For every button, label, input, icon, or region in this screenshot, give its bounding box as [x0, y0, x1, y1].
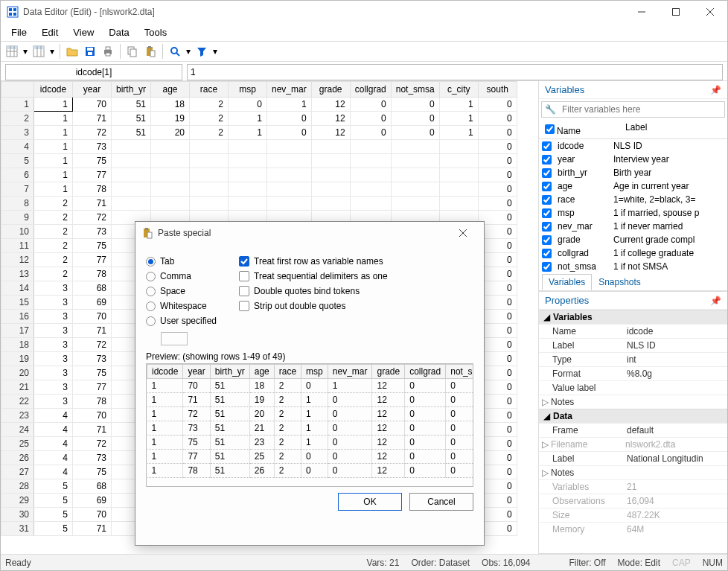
cell[interactable]: 2 — [34, 267, 73, 281]
variable-check[interactable] — [542, 182, 552, 191]
cell[interactable]: 0 — [229, 98, 267, 112]
radio-tab[interactable]: Tab — [146, 256, 217, 267]
row-header[interactable]: 21 — [1, 380, 34, 395]
cell[interactable]: 12 — [311, 126, 350, 140]
cell[interactable] — [391, 182, 439, 197]
column-header[interactable]: msp — [229, 82, 267, 98]
variable-row[interactable]: ageAge in current year — [539, 179, 727, 193]
cell[interactable] — [350, 140, 391, 154]
minimize-button[interactable] — [625, 1, 659, 23]
cell[interactable]: 1 — [229, 112, 267, 126]
ok-button[interactable]: OK — [338, 493, 402, 511]
column-header[interactable]: collgrad — [350, 82, 391, 98]
cell[interactable]: 2 — [190, 126, 229, 140]
cell[interactable]: 0 — [478, 98, 517, 112]
cell[interactable]: 72 — [73, 126, 112, 140]
cell[interactable]: 3 — [34, 324, 73, 338]
cell[interactable]: 69 — [73, 296, 112, 310]
copy-icon[interactable] — [124, 43, 141, 60]
row-header[interactable]: 31 — [1, 522, 34, 536]
property-row[interactable]: Observations16,094 — [539, 494, 727, 508]
row-header[interactable]: 20 — [1, 366, 34, 380]
property-row[interactable]: Format%8.0g — [539, 366, 727, 380]
row-header[interactable]: 9 — [1, 211, 34, 225]
property-row[interactable]: Nameidcode — [539, 324, 727, 338]
row-header[interactable]: 1 — [1, 98, 34, 112]
cell[interactable]: 5 — [34, 479, 73, 494]
cell[interactable]: 0 — [478, 154, 517, 168]
property-group[interactable]: ◢Data — [539, 409, 727, 423]
cell[interactable]: 73 — [73, 140, 112, 154]
menu-file[interactable]: File — [4, 25, 34, 39]
column-header[interactable]: not_smsa — [391, 82, 439, 98]
cell[interactable]: 0 — [478, 112, 517, 126]
cell[interactable]: 75 — [73, 366, 112, 380]
cell[interactable] — [112, 182, 151, 197]
radio-space[interactable]: Space — [146, 286, 217, 296]
cell[interactable]: 69 — [73, 494, 112, 508]
cell[interactable]: 75 — [73, 465, 112, 479]
cell[interactable]: 71 — [73, 112, 112, 126]
cell[interactable]: 2 — [34, 253, 73, 267]
cell[interactable]: 68 — [73, 281, 112, 296]
cancel-button[interactable]: Cancel — [409, 493, 473, 511]
row-header[interactable]: 14 — [1, 281, 34, 296]
cell[interactable]: 0 — [350, 112, 391, 126]
property-row[interactable]: ▷Notes — [539, 465, 727, 479]
cell[interactable]: 70 — [73, 310, 112, 324]
cell[interactable]: 51 — [112, 112, 151, 126]
variable-row[interactable]: idcodeNLS ID — [539, 139, 727, 153]
column-header[interactable]: c_city — [439, 82, 478, 98]
pin-icon[interactable]: 📌 — [710, 85, 721, 95]
property-group[interactable]: ◢Variables — [539, 310, 727, 324]
cell[interactable]: 1 — [229, 126, 267, 140]
cell[interactable]: 1 — [439, 112, 478, 126]
column-header[interactable]: age — [151, 82, 190, 98]
cell[interactable]: 72 — [73, 211, 112, 225]
cell[interactable]: 0 — [391, 112, 439, 126]
cell[interactable] — [229, 182, 267, 197]
cell[interactable]: 1 — [34, 126, 73, 140]
cell[interactable]: 3 — [34, 281, 73, 296]
properties-list[interactable]: ◢VariablesNameidcodeLabelNLS IDTypeintFo… — [539, 310, 727, 553]
row-header[interactable]: 29 — [1, 494, 34, 508]
cell[interactable] — [311, 140, 350, 154]
cell-value-input[interactable]: 1 — [187, 64, 723, 80]
cell[interactable]: 0 — [478, 168, 517, 182]
variable-row[interactable]: gradeCurrent grade compl — [539, 233, 727, 246]
cell[interactable]: 0 — [478, 140, 517, 154]
property-row[interactable]: ▷Notes — [539, 395, 727, 409]
variables-list[interactable]: idcodeNLS IDyearInterview yearbirth_yrBi… — [539, 139, 727, 273]
cell[interactable]: 71 — [73, 423, 112, 437]
cell[interactable] — [311, 182, 350, 197]
property-row[interactable]: Variables21 — [539, 479, 727, 494]
search-icon[interactable] — [167, 43, 183, 60]
cell[interactable] — [439, 182, 478, 197]
cell[interactable]: 71 — [73, 522, 112, 536]
row-header[interactable]: 2 — [1, 112, 34, 126]
cell[interactable]: 70 — [73, 98, 112, 112]
cell[interactable]: 72 — [73, 338, 112, 352]
cell[interactable]: 5 — [34, 508, 73, 522]
cell[interactable]: 51 — [112, 126, 151, 140]
cell[interactable]: 4 — [34, 451, 73, 465]
property-row[interactable]: Value label — [539, 380, 727, 395]
row-header[interactable]: 26 — [1, 451, 34, 465]
cell[interactable]: 2 — [190, 98, 229, 112]
grid-edit-dropdown[interactable]: ▾ — [22, 46, 29, 57]
property-row[interactable]: Framedefault — [539, 423, 727, 437]
cell[interactable]: 78 — [73, 182, 112, 197]
radio-user-specified[interactable]: User specified — [146, 316, 217, 326]
cell[interactable] — [151, 182, 190, 197]
row-header[interactable]: 7 — [1, 182, 34, 197]
cell[interactable] — [151, 154, 190, 168]
row-header[interactable]: 4 — [1, 140, 34, 154]
column-header[interactable]: nev_mar — [267, 82, 312, 98]
cell[interactable]: 18 — [151, 98, 190, 112]
cell[interactable]: 1 — [439, 126, 478, 140]
grid-browse-icon[interactable] — [31, 43, 47, 60]
cell[interactable]: 19 — [151, 112, 190, 126]
column-header[interactable]: year — [73, 82, 112, 98]
property-row[interactable]: LabelNLS ID — [539, 338, 727, 352]
cell[interactable]: 3 — [34, 380, 73, 395]
